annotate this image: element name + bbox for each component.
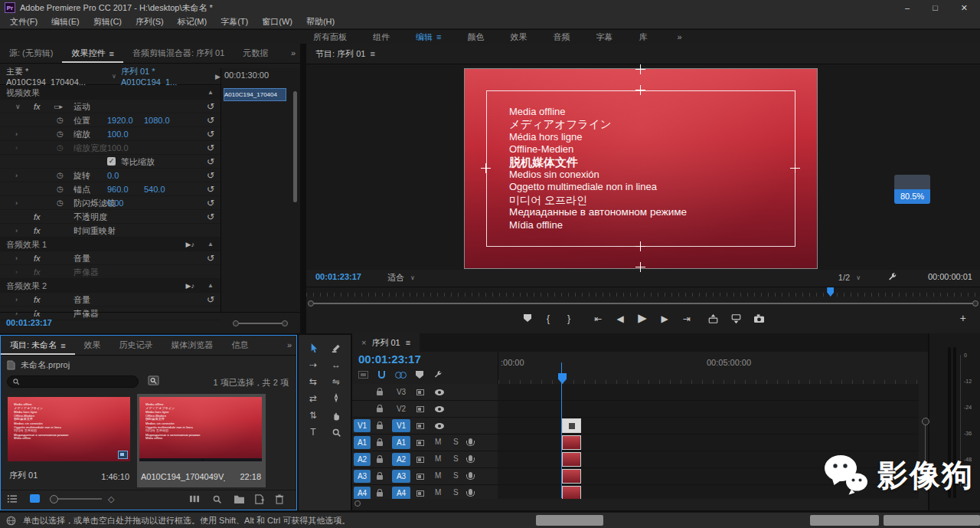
track-target-a4[interactable]: A4 <box>392 487 410 499</box>
selection-tool[interactable] <box>302 339 325 356</box>
timeline-hscroll-handle[interactable] <box>354 500 361 507</box>
solo-button[interactable]: S <box>453 438 459 446</box>
nest-sequence-icon[interactable] <box>358 371 368 379</box>
step-back-button[interactable]: ◀ <box>613 313 627 324</box>
expand-icon[interactable]: › <box>15 224 18 238</box>
eye-icon[interactable] <box>435 406 444 412</box>
ripple-edit-tool[interactable]: ↔ <box>325 356 348 373</box>
pen-tool[interactable] <box>325 390 348 407</box>
zoom-level-dropdown[interactable]: 适合∨ <box>383 271 420 284</box>
stopwatch-icon[interactable]: ◷ <box>57 196 64 210</box>
playhead-line[interactable] <box>561 362 562 498</box>
tab-source-monitor[interactable]: 源: (无剪辑) <box>0 44 62 63</box>
reset-icon[interactable]: ↺ <box>207 169 214 182</box>
reset-icon[interactable]: ↺ <box>207 100 214 113</box>
source-patch-a3[interactable]: A3 <box>354 470 371 483</box>
reset-icon[interactable]: ↺ <box>207 251 214 265</box>
extract-button[interactable] <box>730 313 744 324</box>
tab-audio-clip-mixer[interactable]: 音频剪辑混合器: 序列 01 <box>123 44 234 63</box>
export-frame-button[interactable] <box>753 313 767 323</box>
linked-selection-icon[interactable] <box>395 372 406 378</box>
project-item-sequence[interactable]: Media offlineメディアオフライン Média hors ligneO… <box>5 394 134 487</box>
fx-badge-icon[interactable]: fx <box>34 293 41 307</box>
menu-clip[interactable]: 剪辑(C) <box>87 16 129 28</box>
clip-bar[interactable]: A010C194_170404 <box>224 88 286 101</box>
source-patch-a1[interactable]: A1 <box>354 436 371 449</box>
lock-icon[interactable] <box>377 391 383 395</box>
reset-icon[interactable]: ↺ <box>207 210 214 224</box>
playback-resolution-dropdown[interactable]: 1/2∨ <box>834 271 865 284</box>
chevron-right-icon[interactable]: ▶ <box>215 73 220 80</box>
expand-icon[interactable]: › <box>15 196 18 210</box>
lock-icon[interactable] <box>377 425 383 429</box>
clip-thumbnail[interactable]: Media offlineメディアオフライン Média hors ligneO… <box>139 397 262 461</box>
workspace-titles[interactable]: 字幕 <box>583 31 626 43</box>
sync-lock-icon[interactable] <box>416 423 424 429</box>
solo-button[interactable]: S <box>453 471 459 480</box>
tab-media-browser[interactable]: 媒体浏览器 <box>162 336 223 355</box>
step-forward-button[interactable]: ▶ <box>658 313 671 324</box>
icon-view-button[interactable] <box>30 494 40 503</box>
sync-lock-icon[interactable] <box>416 440 424 446</box>
menu-edit[interactable]: 编辑(E) <box>44 16 87 28</box>
param-value-y[interactable]: 1080.0 <box>144 113 170 127</box>
close-button[interactable]: ✕ <box>961 3 968 13</box>
lock-icon[interactable] <box>377 475 383 480</box>
solo-button[interactable]: S <box>453 454 459 463</box>
maximize-button[interactable]: □ <box>933 3 938 13</box>
expand-icon[interactable]: › <box>15 293 18 307</box>
timeline-tab-sequence-01[interactable]: × 序列 01 ≡ <box>352 333 420 352</box>
sequence-clip-selector[interactable]: 序列 01 * A010C194_1... <box>121 66 211 87</box>
mute-button[interactable]: M <box>435 488 441 497</box>
minimize-button[interactable]: – <box>905 3 910 13</box>
workspace-all-panels[interactable]: 所有面板 <box>300 31 360 43</box>
slip-tool[interactable]: ⇋ <box>325 373 348 390</box>
panel-menu-icon[interactable]: ≡ <box>370 49 374 58</box>
menu-help[interactable]: 帮助(H) <box>299 16 341 28</box>
search-bin-icon[interactable] <box>148 376 159 385</box>
track-target-v2[interactable]: V2 <box>392 402 410 415</box>
workspace-effects[interactable]: 效果 <box>497 31 540 43</box>
go-to-in-button[interactable]: ⇤ <box>591 313 605 324</box>
program-monitor-tab[interactable]: 节目: 序列 01 ≡ <box>306 44 980 64</box>
shuttle-icon[interactable]: ◇ <box>108 494 114 504</box>
menu-file[interactable]: 文件(F) <box>3 16 44 28</box>
lock-icon[interactable] <box>377 492 383 497</box>
timeline-timecode[interactable]: 00:01:23:17 <box>358 353 421 366</box>
param-value-x[interactable]: 1920.0 <box>107 113 133 127</box>
timeline-playhead[interactable] <box>558 373 567 384</box>
expand-icon[interactable]: › <box>15 127 18 141</box>
transform-handle-top[interactable] <box>635 85 645 95</box>
transform-handle-edge-top[interactable] <box>635 64 645 74</box>
panel-menu-icon[interactable]: ≡ <box>60 341 65 350</box>
collapse-icon[interactable]: ▲ <box>207 86 214 100</box>
sync-lock-icon[interactable] <box>416 490 424 497</box>
item-name[interactable]: A010C194_1704049V_CA... <box>141 472 225 481</box>
audio-clip[interactable] <box>562 486 581 499</box>
hand-tool[interactable] <box>325 407 348 424</box>
fx-badge-icon[interactable]: fx <box>34 100 41 113</box>
media-offline-frame[interactable]: Media offline メディアオフライン Média hors ligne… <box>465 69 817 268</box>
menu-sequence[interactable]: 序列(S) <box>129 16 171 28</box>
item-name[interactable]: 序列 01 <box>9 470 38 481</box>
mic-icon[interactable] <box>469 455 472 461</box>
transform-handle-bottom[interactable] <box>635 241 645 251</box>
play-button[interactable]: ▶ <box>635 311 649 325</box>
lock-icon[interactable] <box>377 458 383 463</box>
sync-lock-icon[interactable] <box>416 474 424 480</box>
reset-icon[interactable]: ↺ <box>207 293 214 307</box>
solo-button[interactable]: S <box>453 488 459 497</box>
program-timecode[interactable]: 00:01:23:17 <box>315 272 361 281</box>
track-target-v1[interactable]: V1 <box>392 419 410 432</box>
stopwatch-icon[interactable]: ◷ <box>57 169 64 182</box>
workspace-overflow-icon[interactable]: » <box>677 32 681 41</box>
track-select-forward-tool[interactable]: ⇢ <box>302 356 325 373</box>
close-tab-icon[interactable]: × <box>361 338 366 347</box>
reset-icon[interactable]: ↺ <box>207 182 214 196</box>
program-time-ruler[interactable] <box>306 287 980 297</box>
automate-to-sequence-button[interactable] <box>189 494 201 503</box>
lock-icon[interactable] <box>377 408 383 412</box>
audio-clip[interactable] <box>562 435 581 450</box>
tab-effect-controls[interactable]: 效果控件≡ <box>62 44 122 63</box>
track-target-a3[interactable]: A3 <box>392 470 410 483</box>
